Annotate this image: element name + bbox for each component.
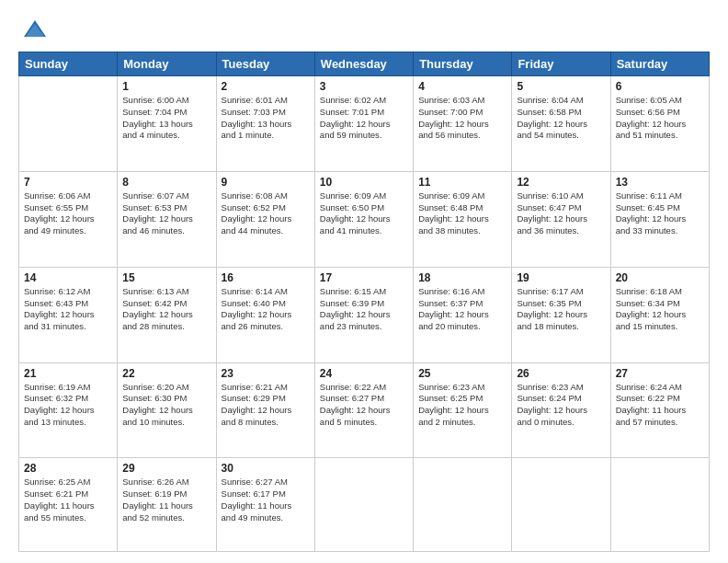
calendar-cell: 14Sunrise: 6:12 AMSunset: 6:43 PMDayligh…: [19, 267, 118, 362]
calendar-table: SundayMondayTuesdayWednesdayThursdayFrid…: [18, 52, 710, 552]
day-info: Sunrise: 6:26 AMSunset: 6:19 PMDaylight:…: [122, 477, 210, 523]
calendar-cell: 30Sunrise: 6:27 AMSunset: 6:17 PMDayligh…: [216, 458, 314, 552]
calendar-cell: 28Sunrise: 6:25 AMSunset: 6:21 PMDayligh…: [19, 458, 118, 552]
day-number: 25: [418, 367, 506, 380]
calendar-cell: [414, 458, 512, 552]
day-number: 22: [122, 367, 210, 380]
day-info: Sunrise: 6:02 AMSunset: 7:01 PMDaylight:…: [320, 95, 408, 142]
day-number: 2: [222, 80, 310, 93]
calendar-cell: 13Sunrise: 6:11 AMSunset: 6:45 PMDayligh…: [610, 171, 709, 267]
calendar-cell: 19Sunrise: 6:17 AMSunset: 6:35 PMDayligh…: [512, 267, 610, 362]
day-number: 21: [24, 367, 112, 380]
day-number: 15: [122, 271, 210, 284]
calendar-cell: 20Sunrise: 6:18 AMSunset: 6:34 PMDayligh…: [610, 267, 709, 362]
day-info: Sunrise: 6:09 AMSunset: 6:50 PMDaylight:…: [320, 190, 408, 237]
weekday-wednesday: Wednesday: [314, 52, 413, 76]
weekday-thursday: Thursday: [414, 52, 512, 76]
day-number: 12: [517, 176, 605, 189]
weekday-header-row: SundayMondayTuesdayWednesdayThursdayFrid…: [19, 52, 710, 76]
day-number: 13: [616, 176, 704, 189]
day-number: 14: [24, 271, 112, 284]
day-number: 26: [517, 367, 605, 380]
day-info: Sunrise: 6:16 AMSunset: 6:37 PMDaylight:…: [418, 286, 506, 333]
calendar-cell: [19, 76, 118, 172]
calendar-cell: 9Sunrise: 6:08 AMSunset: 6:52 PMDaylight…: [216, 171, 314, 267]
calendar-cell: 10Sunrise: 6:09 AMSunset: 6:50 PMDayligh…: [314, 171, 413, 267]
calendar-week-1: 1Sunrise: 6:00 AMSunset: 7:04 PMDaylight…: [19, 76, 710, 172]
day-info: Sunrise: 6:03 AMSunset: 7:00 PMDaylight:…: [418, 95, 506, 142]
day-number: 8: [122, 176, 210, 189]
calendar-body: 1Sunrise: 6:00 AMSunset: 7:04 PMDaylight…: [19, 76, 710, 552]
day-number: 16: [222, 271, 310, 284]
day-info: Sunrise: 6:15 AMSunset: 6:39 PMDaylight:…: [320, 286, 408, 333]
calendar-week-4: 21Sunrise: 6:19 AMSunset: 6:32 PMDayligh…: [19, 362, 710, 458]
day-number: 3: [320, 80, 408, 93]
calendar-cell: 11Sunrise: 6:09 AMSunset: 6:48 PMDayligh…: [414, 171, 512, 267]
day-info: Sunrise: 6:27 AMSunset: 6:17 PMDaylight:…: [222, 477, 310, 523]
day-number: 9: [222, 176, 310, 189]
calendar-cell: 23Sunrise: 6:21 AMSunset: 6:29 PMDayligh…: [216, 362, 314, 458]
day-info: Sunrise: 6:21 AMSunset: 6:29 PMDaylight:…: [222, 382, 310, 429]
day-info: Sunrise: 6:13 AMSunset: 6:42 PMDaylight:…: [122, 286, 210, 333]
day-number: 6: [616, 80, 704, 93]
day-info: Sunrise: 6:20 AMSunset: 6:30 PMDaylight:…: [122, 382, 210, 429]
calendar-cell: 22Sunrise: 6:20 AMSunset: 6:30 PMDayligh…: [118, 362, 216, 458]
calendar-cell: 21Sunrise: 6:19 AMSunset: 6:32 PMDayligh…: [19, 362, 118, 458]
day-info: Sunrise: 6:17 AMSunset: 6:35 PMDaylight:…: [517, 286, 605, 333]
day-number: 23: [222, 367, 310, 380]
calendar-cell: 3Sunrise: 6:02 AMSunset: 7:01 PMDaylight…: [314, 76, 413, 172]
day-number: 18: [418, 271, 506, 284]
day-number: 28: [24, 462, 112, 475]
weekday-friday: Friday: [512, 52, 610, 76]
day-number: 19: [517, 271, 605, 284]
day-number: 11: [418, 176, 506, 189]
day-number: 7: [24, 176, 112, 189]
day-number: 5: [517, 80, 605, 93]
day-number: 27: [616, 367, 704, 380]
calendar-cell: 26Sunrise: 6:23 AMSunset: 6:24 PMDayligh…: [512, 362, 610, 458]
calendar-cell: 8Sunrise: 6:07 AMSunset: 6:53 PMDaylight…: [118, 171, 216, 267]
day-number: 1: [122, 80, 210, 93]
page-header: [18, 17, 710, 42]
day-info: Sunrise: 6:18 AMSunset: 6:34 PMDaylight:…: [616, 286, 704, 333]
day-number: 24: [320, 367, 408, 380]
day-number: 30: [222, 462, 310, 475]
calendar-cell: [314, 458, 413, 552]
calendar-cell: 15Sunrise: 6:13 AMSunset: 6:42 PMDayligh…: [118, 267, 216, 362]
calendar-week-5: 28Sunrise: 6:25 AMSunset: 6:21 PMDayligh…: [19, 458, 710, 552]
day-info: Sunrise: 6:24 AMSunset: 6:22 PMDaylight:…: [616, 382, 704, 429]
day-info: Sunrise: 6:10 AMSunset: 6:47 PMDaylight:…: [517, 190, 605, 237]
day-info: Sunrise: 6:00 AMSunset: 7:04 PMDaylight:…: [122, 95, 210, 142]
calendar-cell: 2Sunrise: 6:01 AMSunset: 7:03 PMDaylight…: [216, 76, 314, 172]
day-number: 20: [616, 271, 704, 284]
calendar-week-2: 7Sunrise: 6:06 AMSunset: 6:55 PMDaylight…: [19, 171, 710, 267]
day-info: Sunrise: 6:05 AMSunset: 6:56 PMDaylight:…: [616, 95, 704, 142]
calendar-week-3: 14Sunrise: 6:12 AMSunset: 6:43 PMDayligh…: [19, 267, 710, 362]
day-info: Sunrise: 6:14 AMSunset: 6:40 PMDaylight:…: [222, 286, 310, 333]
logo: [18, 17, 48, 42]
day-number: 4: [418, 80, 506, 93]
day-info: Sunrise: 6:01 AMSunset: 7:03 PMDaylight:…: [222, 95, 310, 142]
calendar-cell: 27Sunrise: 6:24 AMSunset: 6:22 PMDayligh…: [610, 362, 709, 458]
day-info: Sunrise: 6:12 AMSunset: 6:43 PMDaylight:…: [24, 286, 112, 333]
weekday-saturday: Saturday: [610, 52, 709, 76]
weekday-tuesday: Tuesday: [216, 52, 314, 76]
day-info: Sunrise: 6:19 AMSunset: 6:32 PMDaylight:…: [24, 382, 112, 429]
day-info: Sunrise: 6:11 AMSunset: 6:45 PMDaylight:…: [616, 190, 704, 237]
calendar-cell: 5Sunrise: 6:04 AMSunset: 6:58 PMDaylight…: [512, 76, 610, 172]
day-info: Sunrise: 6:06 AMSunset: 6:55 PMDaylight:…: [24, 190, 112, 237]
weekday-sunday: Sunday: [19, 52, 118, 76]
calendar-cell: 12Sunrise: 6:10 AMSunset: 6:47 PMDayligh…: [512, 171, 610, 267]
day-info: Sunrise: 6:22 AMSunset: 6:27 PMDaylight:…: [320, 382, 408, 429]
day-number: 10: [320, 176, 408, 189]
day-info: Sunrise: 6:23 AMSunset: 6:24 PMDaylight:…: [517, 382, 605, 429]
calendar-cell: 1Sunrise: 6:00 AMSunset: 7:04 PMDaylight…: [118, 76, 216, 172]
calendar-cell: 25Sunrise: 6:23 AMSunset: 6:25 PMDayligh…: [414, 362, 512, 458]
day-info: Sunrise: 6:08 AMSunset: 6:52 PMDaylight:…: [222, 190, 310, 237]
calendar-cell: 17Sunrise: 6:15 AMSunset: 6:39 PMDayligh…: [314, 267, 413, 362]
day-info: Sunrise: 6:09 AMSunset: 6:48 PMDaylight:…: [418, 190, 506, 237]
day-info: Sunrise: 6:07 AMSunset: 6:53 PMDaylight:…: [122, 190, 210, 237]
calendar-cell: 16Sunrise: 6:14 AMSunset: 6:40 PMDayligh…: [216, 267, 314, 362]
day-info: Sunrise: 6:25 AMSunset: 6:21 PMDaylight:…: [24, 477, 112, 523]
calendar-cell: 24Sunrise: 6:22 AMSunset: 6:27 PMDayligh…: [314, 362, 413, 458]
